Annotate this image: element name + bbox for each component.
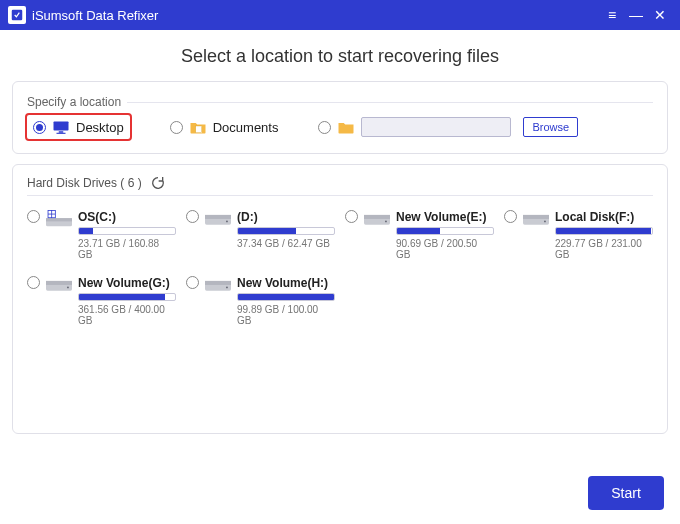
svg-point-20 <box>544 220 546 222</box>
usage-bar <box>237 293 335 301</box>
svg-rect-9 <box>52 211 55 214</box>
svg-point-23 <box>67 286 69 288</box>
drive-size: 229.77 GB / 231.00 GB <box>555 238 653 260</box>
browse-button[interactable]: Browse <box>523 117 578 137</box>
drive-name: OS(C:) <box>78 210 176 224</box>
app-logo-icon <box>8 6 26 24</box>
svg-rect-22 <box>46 281 72 285</box>
radio-icon <box>318 121 331 134</box>
drive-size: 361.56 GB / 400.00 GB <box>78 304 176 326</box>
drive-name: New Volume(H:) <box>237 276 335 290</box>
radio-icon <box>186 276 199 289</box>
drive-icon <box>205 276 231 294</box>
divider <box>27 195 653 196</box>
radio-icon <box>27 210 40 223</box>
svg-rect-16 <box>364 215 390 219</box>
usage-bar <box>396 227 494 235</box>
svg-rect-3 <box>57 132 66 133</box>
svg-rect-4 <box>195 126 201 133</box>
drive-name: Local Disk(F:) <box>555 210 653 224</box>
titlebar: iSumsoft Data Refixer ≡ — ✕ <box>0 0 680 30</box>
refresh-icon[interactable] <box>150 175 166 191</box>
drive-icon <box>46 276 72 294</box>
documents-label: Documents <box>213 120 279 135</box>
drives-panel: Hard Disk Drives ( 6 ) OS(C:)23.71 GB / … <box>12 164 668 434</box>
drive-option[interactable]: New Volume(G:)361.56 GB / 400.00 GB <box>27 276 176 326</box>
drive-option[interactable]: OS(C:)23.71 GB / 160.88 GB <box>27 210 176 260</box>
svg-rect-13 <box>205 215 231 219</box>
svg-point-17 <box>385 220 387 222</box>
page-title: Select a location to start recovering fi… <box>12 46 668 67</box>
radio-icon <box>345 210 358 223</box>
monitor-icon <box>52 119 70 135</box>
location-option-desktop[interactable]: Desktop <box>27 115 130 139</box>
drive-option[interactable]: New Volume(H:)99.89 GB / 100.00 GB <box>186 276 335 326</box>
drive-option[interactable]: New Volume(E:)90.69 GB / 200.50 GB <box>345 210 494 260</box>
usage-bar <box>237 227 335 235</box>
start-button[interactable]: Start <box>588 476 664 510</box>
svg-rect-25 <box>205 281 231 285</box>
radio-icon <box>27 276 40 289</box>
folder-icon <box>337 119 355 135</box>
usage-bar <box>78 293 176 301</box>
drive-size: 90.69 GB / 200.50 GB <box>396 238 494 260</box>
svg-rect-11 <box>52 214 55 217</box>
radio-icon <box>170 121 183 134</box>
radio-icon <box>504 210 517 223</box>
drive-icon <box>46 210 72 228</box>
path-input[interactable] <box>361 117 511 137</box>
drive-name: New Volume(E:) <box>396 210 494 224</box>
desktop-label: Desktop <box>76 120 124 135</box>
drives-title: Hard Disk Drives ( 6 ) <box>27 176 142 190</box>
drive-name: (D:) <box>237 210 335 224</box>
drive-size: 37.34 GB / 62.47 GB <box>237 238 335 249</box>
drive-name: New Volume(G:) <box>78 276 176 290</box>
radio-selected-icon <box>33 121 46 134</box>
drive-size: 23.71 GB / 160.88 GB <box>78 238 176 260</box>
svg-point-26 <box>226 286 228 288</box>
drive-size: 99.89 GB / 100.00 GB <box>237 304 335 326</box>
location-panel-title: Specify a location <box>27 95 127 109</box>
minimize-icon[interactable]: — <box>624 3 648 27</box>
app-title: iSumsoft Data Refixer <box>32 8 158 23</box>
usage-bar <box>78 227 176 235</box>
svg-rect-1 <box>54 121 69 130</box>
drive-icon <box>523 210 549 228</box>
drive-icon <box>205 210 231 228</box>
svg-rect-8 <box>48 211 51 214</box>
close-icon[interactable]: ✕ <box>648 3 672 27</box>
svg-rect-6 <box>46 218 72 221</box>
usage-bar <box>555 227 653 235</box>
svg-point-14 <box>226 220 228 222</box>
menu-icon[interactable]: ≡ <box>600 3 624 27</box>
location-option-custom[interactable]: Browse <box>318 117 578 137</box>
radio-icon <box>186 210 199 223</box>
drive-option[interactable]: (D:)37.34 GB / 62.47 GB <box>186 210 335 260</box>
svg-rect-10 <box>48 214 51 217</box>
drive-option[interactable]: Local Disk(F:)229.77 GB / 231.00 GB <box>504 210 653 260</box>
drive-icon <box>364 210 390 228</box>
location-panel: Specify a location Desktop Documents <box>12 81 668 154</box>
location-option-documents[interactable]: Documents <box>170 119 279 135</box>
svg-rect-19 <box>523 215 549 219</box>
folder-documents-icon <box>189 119 207 135</box>
svg-rect-2 <box>59 131 64 133</box>
